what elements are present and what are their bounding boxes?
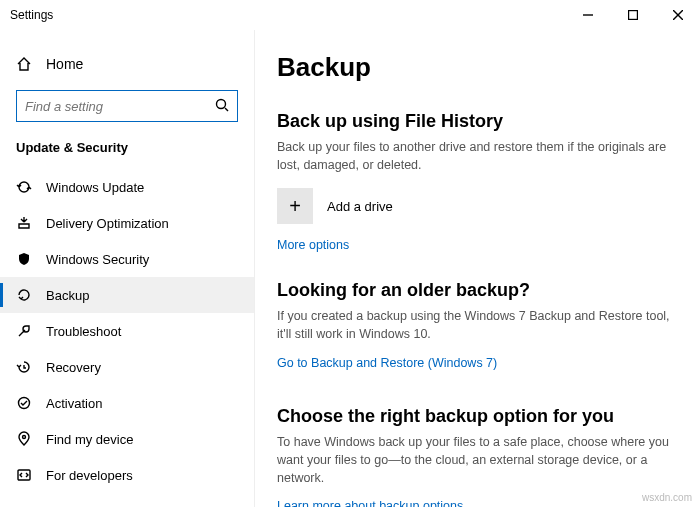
- sidebar-item-label: Backup: [46, 288, 89, 303]
- sidebar-item-delivery-optimization[interactable]: Delivery Optimization: [0, 205, 254, 241]
- add-drive-button[interactable]: + Add a drive: [277, 188, 682, 224]
- svg-point-7: [23, 436, 26, 439]
- section-body: To have Windows back up your files to a …: [277, 433, 682, 487]
- sidebar-item-windows-security[interactable]: Windows Security: [0, 241, 254, 277]
- sidebar-item-activation[interactable]: Activation: [0, 385, 254, 421]
- plus-icon: +: [277, 188, 313, 224]
- minimize-button[interactable]: [565, 0, 610, 30]
- svg-line-5: [225, 108, 228, 111]
- window-controls: [565, 0, 700, 30]
- search-box[interactable]: [16, 90, 238, 122]
- home-icon: [16, 56, 32, 72]
- location-icon: [16, 431, 32, 447]
- add-drive-label: Add a drive: [327, 199, 393, 214]
- more-options-link[interactable]: More options: [277, 238, 349, 252]
- maximize-button[interactable]: [610, 0, 655, 30]
- titlebar: Settings: [0, 0, 700, 30]
- learn-more-backup-link[interactable]: Learn more about backup options: [277, 499, 463, 507]
- sidebar: Home Update & Security Windows Update De…: [0, 30, 255, 507]
- sidebar-item-troubleshoot[interactable]: Troubleshoot: [0, 313, 254, 349]
- sidebar-item-windows-update[interactable]: Windows Update: [0, 169, 254, 205]
- activation-icon: [16, 395, 32, 411]
- sidebar-item-label: Windows Update: [46, 180, 144, 195]
- main-content: Backup Back up using File History Back u…: [255, 30, 700, 507]
- wrench-icon: [16, 323, 32, 339]
- maximize-icon: [628, 10, 638, 20]
- svg-point-6: [19, 398, 30, 409]
- section-heading-older-backup: Looking for an older backup?: [277, 280, 682, 301]
- search-icon: [215, 98, 229, 115]
- svg-point-4: [217, 99, 226, 108]
- close-button[interactable]: [655, 0, 700, 30]
- page-title: Backup: [277, 52, 682, 83]
- sidebar-item-label: Delivery Optimization: [46, 216, 169, 231]
- sidebar-item-for-developers[interactable]: For developers: [0, 457, 254, 493]
- sidebar-item-label: Troubleshoot: [46, 324, 121, 339]
- backup-icon: [16, 287, 32, 303]
- sync-icon: [16, 179, 32, 195]
- section-heading-choose-option: Choose the right backup option for you: [277, 406, 682, 427]
- sidebar-item-find-my-device[interactable]: Find my device: [0, 421, 254, 457]
- home-button[interactable]: Home: [0, 48, 254, 80]
- section-heading-file-history: Back up using File History: [277, 111, 682, 132]
- section-body: If you created a backup using the Window…: [277, 307, 682, 343]
- section-body: Back up your files to another drive and …: [277, 138, 682, 174]
- window-title: Settings: [10, 8, 565, 22]
- backup-restore-win7-link[interactable]: Go to Backup and Restore (Windows 7): [277, 356, 497, 370]
- sidebar-item-recovery[interactable]: Recovery: [0, 349, 254, 385]
- search-input[interactable]: [25, 99, 215, 114]
- home-label: Home: [46, 56, 83, 72]
- svg-rect-1: [628, 11, 637, 20]
- sidebar-item-label: Windows Security: [46, 252, 149, 267]
- sidebar-item-label: Activation: [46, 396, 102, 411]
- sidebar-item-label: Recovery: [46, 360, 101, 375]
- sidebar-item-label: For developers: [46, 468, 133, 483]
- sidebar-item-label: Find my device: [46, 432, 133, 447]
- close-icon: [673, 10, 683, 20]
- developer-icon: [16, 467, 32, 483]
- minimize-icon: [583, 10, 593, 20]
- watermark: wsxdn.com: [642, 492, 692, 503]
- sidebar-item-backup[interactable]: Backup: [0, 277, 254, 313]
- recovery-icon: [16, 359, 32, 375]
- shield-icon: [16, 251, 32, 267]
- delivery-icon: [16, 215, 32, 231]
- sidebar-section-label: Update & Security: [0, 136, 254, 169]
